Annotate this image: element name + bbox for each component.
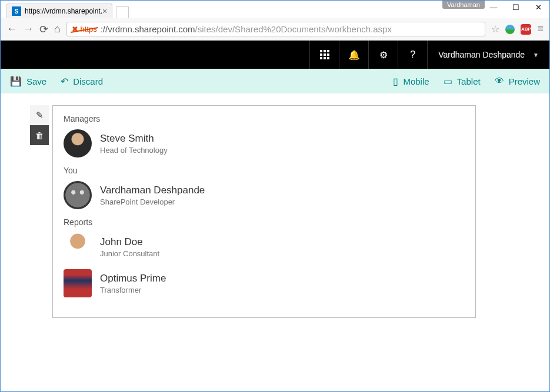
edit-webpart-button[interactable]: ✎: [30, 105, 49, 125]
person-title: Junior Consultant: [100, 249, 159, 258]
user-name-label: Vardhaman Deshpande: [438, 50, 525, 59]
reload-button[interactable]: ⟳: [39, 23, 48, 36]
section-label: Reports: [64, 217, 465, 227]
avatar: [64, 269, 92, 297]
help-icon: ?: [410, 49, 415, 60]
chevron-down-icon: ▼: [533, 52, 539, 58]
mobile-label: Mobile: [403, 76, 429, 86]
trash-icon: 🗑: [35, 130, 44, 140]
person-title: Transformer: [100, 286, 166, 294]
tab-strip: S https://vrdmn.sharepoint. × Vardhaman …: [1, 1, 549, 18]
address-bar-row: ← → ⟳ ⌂ ✖ https ://vrdmn.sharepoint.com …: [1, 18, 549, 41]
close-window-button[interactable]: ✕: [527, 1, 549, 14]
url-path: /sites/dev/Shared%20Documents/workbench.…: [195, 24, 392, 34]
section-label: Managers: [64, 114, 465, 123]
person-row[interactable]: Steve SmithHead of Technology: [64, 129, 465, 158]
person-row[interactable]: John DoeJunior Consultant: [64, 233, 465, 261]
preview-label: Preview: [509, 76, 540, 86]
user-menu[interactable]: Vardhaman Deshpande ▼: [427, 41, 549, 69]
tablet-view-button[interactable]: ▭ Tablet: [444, 76, 481, 87]
pencil-icon: ✎: [36, 110, 44, 120]
workbench-toolbar: 💾 Save ↶ Discard ▯ Mobile ▭ Tablet 👁 Pre…: [1, 69, 549, 93]
mobile-view-button[interactable]: ▯ Mobile: [393, 76, 429, 87]
org-chart-webpart: ManagersSteve SmithHead of TechnologyYou…: [52, 105, 476, 318]
maximize-button[interactable]: ☐: [505, 1, 527, 14]
bookmark-star-icon[interactable]: ☆: [491, 24, 499, 35]
tablet-icon: ▭: [444, 76, 452, 87]
chrome-profile-badge[interactable]: Vardhaman: [442, 1, 485, 9]
minimize-button[interactable]: —: [482, 1, 505, 14]
adblock-extension-icon[interactable]: ABP: [521, 24, 531, 35]
back-button[interactable]: ←: [6, 23, 17, 35]
discard-button[interactable]: ↶ Discard: [61, 76, 103, 87]
help-button[interactable]: ?: [398, 41, 427, 69]
gear-icon: ⚙: [379, 49, 388, 61]
avatar: [64, 129, 92, 158]
browser-tab[interactable]: S https://vrdmn.sharepoint. ×: [6, 4, 112, 18]
globe-extension-icon[interactable]: [505, 25, 515, 34]
app-launcher-button[interactable]: [309, 41, 339, 69]
settings-button[interactable]: ⚙: [368, 41, 398, 69]
browser-chrome: S https://vrdmn.sharepoint. × Vardhaman …: [1, 1, 549, 41]
waffle-icon: [320, 50, 329, 59]
person-name: Vardhaman Deshpande: [100, 185, 205, 196]
person-title: Head of Technology: [100, 146, 168, 155]
person-name: John Doe: [100, 236, 159, 248]
avatar: [64, 233, 92, 261]
save-icon: 💾: [10, 76, 22, 87]
discard-label: Discard: [73, 76, 103, 86]
person-row[interactable]: Vardhaman DeshpandeSharePoint Developer: [64, 181, 465, 209]
sharepoint-favicon: S: [12, 6, 21, 16]
webpart-controls: ✎ 🗑: [30, 105, 49, 318]
extension-area: ☆ ABP ≡: [491, 23, 544, 35]
suite-header: 🔔 ⚙ ? Vardhaman Deshpande ▼: [1, 41, 549, 69]
person-name: Steve Smith: [100, 133, 168, 145]
new-tab-button[interactable]: [116, 6, 129, 18]
forward-button[interactable]: →: [23, 23, 34, 35]
tablet-label: Tablet: [457, 76, 481, 86]
save-label: Save: [26, 76, 46, 86]
insecure-https-icon: ✖ https: [72, 25, 97, 33]
section-label: You: [64, 166, 465, 175]
mobile-icon: ▯: [393, 76, 398, 87]
notifications-button[interactable]: 🔔: [339, 41, 368, 69]
tab-title: https://vrdmn.sharepoint.: [25, 7, 102, 15]
url-host: ://vrdmn.sharepoint.com: [101, 24, 195, 34]
person-row[interactable]: Optimus PrimeTransformer: [64, 269, 465, 297]
address-bar[interactable]: ✖ https ://vrdmn.sharepoint.com /sites/d…: [66, 22, 486, 36]
avatar: [64, 181, 92, 209]
delete-webpart-button[interactable]: 🗑: [30, 125, 49, 145]
eye-icon: 👁: [495, 76, 504, 86]
window-controls: — ☐ ✕: [482, 1, 549, 14]
canvas-area[interactable]: ✎ 🗑 ManagersSteve SmithHead of Technolog…: [1, 93, 549, 390]
home-button[interactable]: ⌂: [54, 23, 61, 35]
preview-button[interactable]: 👁 Preview: [495, 76, 540, 86]
close-tab-icon[interactable]: ×: [102, 6, 107, 16]
undo-icon: ↶: [61, 76, 68, 87]
person-title: SharePoint Developer: [100, 197, 205, 206]
person-name: Optimus Prime: [100, 273, 166, 284]
bell-icon: 🔔: [348, 49, 360, 61]
save-button[interactable]: 💾 Save: [10, 76, 46, 87]
webpart-wrapper: ✎ 🗑 ManagersSteve SmithHead of Technolog…: [30, 105, 532, 318]
chrome-menu-icon[interactable]: ≡: [537, 23, 544, 35]
